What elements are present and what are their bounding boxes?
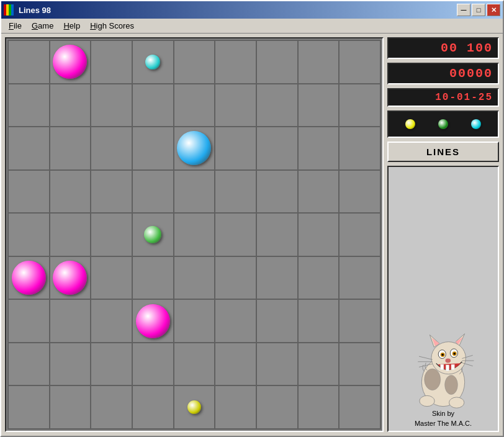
grid-cell[interactable] xyxy=(8,213,50,256)
grid-cell[interactable] xyxy=(132,170,174,214)
grid-cell[interactable] xyxy=(256,40,298,84)
menu-file[interactable]: File xyxy=(4,20,27,32)
grid-cell[interactable] xyxy=(8,127,50,170)
game-ball[interactable] xyxy=(187,400,201,414)
grid-cell[interactable] xyxy=(50,343,91,386)
grid-cell[interactable] xyxy=(50,170,91,214)
grid-cell[interactable] xyxy=(215,40,256,84)
grid-cell[interactable] xyxy=(215,127,256,170)
grid-cell[interactable] xyxy=(174,127,215,170)
maximize-button[interactable] xyxy=(472,4,485,16)
grid-cell[interactable] xyxy=(256,256,298,300)
grid-cell[interactable] xyxy=(132,213,174,256)
menu-highscores[interactable]: High Scores xyxy=(85,20,139,32)
grid-cell[interactable] xyxy=(256,299,298,343)
game-ball[interactable] xyxy=(12,261,46,295)
grid-cell[interactable] xyxy=(50,40,91,84)
grid-cell[interactable] xyxy=(174,256,215,300)
grid-cell[interactable] xyxy=(132,40,174,84)
grid-cell[interactable] xyxy=(8,84,50,127)
grid-cell[interactable] xyxy=(8,170,50,214)
game-board[interactable] xyxy=(7,40,381,430)
grid-cell[interactable] xyxy=(8,385,50,429)
grid-cell[interactable] xyxy=(215,299,256,343)
lines-button[interactable]: LINES xyxy=(387,142,499,162)
grid-cell[interactable] xyxy=(256,343,298,386)
grid-cell[interactable] xyxy=(298,40,340,84)
grid-cell[interactable] xyxy=(91,84,132,127)
grid-cell[interactable] xyxy=(50,256,91,300)
grid-cell[interactable] xyxy=(91,343,132,386)
game-ball[interactable] xyxy=(177,131,211,165)
grid-cell[interactable] xyxy=(8,40,50,84)
grid-cell[interactable] xyxy=(50,213,91,256)
next-ball xyxy=(438,119,448,129)
grid-cell[interactable] xyxy=(339,213,380,256)
grid-cell[interactable] xyxy=(256,84,298,127)
grid-cell[interactable] xyxy=(298,343,340,386)
grid-cell[interactable] xyxy=(298,256,340,300)
grid-cell[interactable] xyxy=(339,84,380,127)
grid-cell[interactable] xyxy=(132,84,174,127)
grid-cell[interactable] xyxy=(339,40,380,84)
grid-cell[interactable] xyxy=(215,256,256,300)
game-ball[interactable] xyxy=(53,261,87,295)
grid-cell[interactable] xyxy=(174,170,215,214)
grid-cell[interactable] xyxy=(298,213,340,256)
grid-cell[interactable] xyxy=(298,170,340,214)
grid-cell[interactable] xyxy=(132,256,174,300)
grid-cell[interactable] xyxy=(256,127,298,170)
grid-cell[interactable] xyxy=(339,385,380,429)
grid-cell[interactable] xyxy=(132,343,174,386)
grid-cell[interactable] xyxy=(8,343,50,386)
grid-cell[interactable] xyxy=(215,213,256,256)
grid-cell[interactable] xyxy=(8,256,50,300)
close-button[interactable] xyxy=(487,4,500,16)
game-ball[interactable] xyxy=(53,45,87,79)
game-ball[interactable] xyxy=(144,226,161,243)
grid-cell[interactable] xyxy=(339,343,380,386)
grid-cell[interactable] xyxy=(215,385,256,429)
grid-cell[interactable] xyxy=(215,170,256,214)
grid-cell[interactable] xyxy=(215,343,256,386)
grid-cell[interactable] xyxy=(50,299,91,343)
grid-cell[interactable] xyxy=(91,170,132,214)
grid-cell[interactable] xyxy=(174,40,215,84)
mascot-area: Skin by Master The M.A.C. xyxy=(387,166,499,432)
grid-cell[interactable] xyxy=(339,256,380,300)
game-ball[interactable] xyxy=(145,55,160,70)
grid-cell[interactable] xyxy=(174,385,215,429)
grid-cell[interactable] xyxy=(174,343,215,386)
grid-cell[interactable] xyxy=(298,84,340,127)
grid-cell[interactable] xyxy=(256,213,298,256)
grid-cell[interactable] xyxy=(339,299,380,343)
grid-cell[interactable] xyxy=(298,127,340,170)
grid-cell[interactable] xyxy=(8,299,50,343)
grid-cell[interactable] xyxy=(339,170,380,214)
grid-cell[interactable] xyxy=(91,127,132,170)
game-ball[interactable] xyxy=(136,304,170,338)
grid-cell[interactable] xyxy=(91,213,132,256)
grid-cell[interactable] xyxy=(215,84,256,127)
grid-cell[interactable] xyxy=(256,170,298,214)
grid-cell[interactable] xyxy=(174,84,215,127)
grid-cell[interactable] xyxy=(298,299,340,343)
menu-game[interactable]: Game xyxy=(27,20,58,32)
grid-cell[interactable] xyxy=(174,213,215,256)
grid-cell[interactable] xyxy=(50,84,91,127)
grid-cell[interactable] xyxy=(91,40,132,84)
minimize-button[interactable] xyxy=(457,4,470,16)
grid-cell[interactable] xyxy=(91,256,132,300)
grid-cell[interactable] xyxy=(339,127,380,170)
grid-cell[interactable] xyxy=(174,299,215,343)
grid-cell[interactable] xyxy=(50,127,91,170)
menu-help[interactable]: Help xyxy=(58,20,85,32)
grid-cell[interactable] xyxy=(298,385,340,429)
grid-cell[interactable] xyxy=(50,385,91,429)
grid-cell[interactable] xyxy=(91,385,132,429)
grid-cell[interactable] xyxy=(132,299,174,343)
grid-cell[interactable] xyxy=(132,127,174,170)
grid-cell[interactable] xyxy=(132,385,174,429)
grid-cell[interactable] xyxy=(256,385,298,429)
grid-cell[interactable] xyxy=(91,299,132,343)
